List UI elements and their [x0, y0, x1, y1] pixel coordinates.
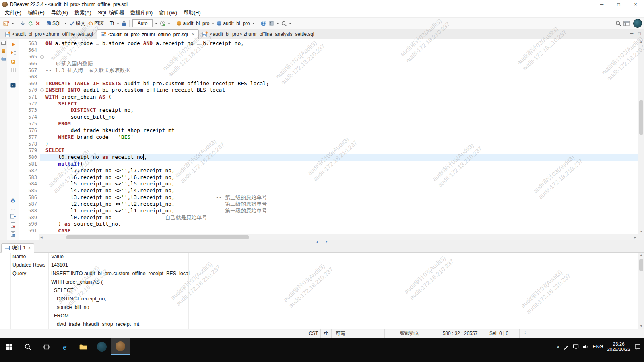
restore-views-icon[interactable]: [1, 41, 6, 45]
code-line[interactable]: 582 l7.receipt_no <>'',l7.receipt_no,: [19, 167, 638, 174]
minimize-editor-icon[interactable]: ─: [630, 31, 634, 36]
commit-mode-select[interactable]: Auto: [131, 19, 159, 28]
code-line[interactable]: 575 FROM: [19, 121, 638, 128]
scroll-down-icon[interactable]: ▼: [638, 324, 644, 329]
transaction-format-button[interactable]: Tt: [109, 19, 120, 28]
code-line[interactable]: 565−------------------------------------: [19, 53, 638, 60]
rail-more-icon[interactable]: ⋯: [11, 76, 15, 79]
notification-center-icon[interactable]: [634, 344, 641, 350]
menu-item[interactable]: SQL 编辑器: [95, 9, 128, 17]
editor-tab[interactable]: SQL<audit_bi_pro> zhumr_offline_test.sql: [2, 29, 97, 39]
close-button[interactable]: ×: [627, 0, 644, 9]
panel-sash[interactable]: ▲ ▼: [0, 240, 644, 243]
sql-editor[interactable]: 563ON a.store_code = b.store_code AND a.…: [19, 39, 644, 240]
code-line[interactable]: 589 l0.receipt_no -- 自己就是原始单号: [19, 214, 638, 221]
code-line[interactable]: 563ON a.store_code = b.store_code AND a.…: [19, 40, 638, 47]
code-line[interactable]: 585 l4.receipt_no <>'',l4.receipt_no,: [19, 187, 638, 194]
file-grid-icon[interactable]: [11, 231, 15, 237]
file-explorer-button[interactable]: [74, 338, 93, 355]
volume-icon[interactable]: [583, 344, 588, 349]
settings-gear-icon[interactable]: ⚙: [10, 198, 16, 204]
lock-button[interactable]: [120, 19, 128, 28]
scroll-up-icon[interactable]: ▲: [638, 39, 644, 44]
editor-tab[interactable]: SQL<audit_bi_pro> zhumr_offline_analysis…: [199, 29, 318, 39]
stats-row[interactable]: Updated Rows143101: [11, 261, 644, 269]
menu-item[interactable]: 帮助(H): [180, 9, 204, 17]
code-line[interactable]: 580 l0.receipt_no as receipt_no,: [19, 154, 638, 161]
database-select[interactable]: audit_bi_pro: [175, 19, 215, 28]
app-dbeaver-button[interactable]: [111, 338, 130, 355]
code-line[interactable]: 573 DISTINCT receipt_no,: [19, 107, 638, 114]
quick-search-button[interactable]: [614, 19, 622, 28]
fold-marker[interactable]: −: [40, 88, 44, 92]
column-header-name[interactable]: Name: [11, 253, 48, 261]
code-line[interactable]: 567-- 1.3 插入海一家关联关系表数据: [19, 67, 638, 74]
code-line[interactable]: 587 l2.receipt_no <>'',l2.receipt_no, --…: [19, 201, 638, 208]
project-button[interactable]: [268, 19, 280, 28]
stats-scrollbar[interactable]: ▲ ▼: [638, 253, 644, 329]
code-line[interactable]: 583 l6.receipt_no <>'',l6.receipt_no,: [19, 174, 638, 181]
code-line[interactable]: 568------------------------------------: [19, 74, 638, 80]
fold-marker[interactable]: −: [40, 55, 44, 59]
menu-item[interactable]: 编辑(E): [25, 9, 48, 17]
vertical-scroll-thumb[interactable]: [639, 100, 643, 135]
commit-button[interactable]: 提交: [68, 19, 87, 28]
maximize-button[interactable]: □: [610, 0, 627, 9]
code-line[interactable]: 572 SELECT: [19, 101, 638, 107]
column-header-value[interactable]: Value: [48, 253, 64, 261]
stats-scroll-thumb[interactable]: [639, 259, 643, 272]
network-icon[interactable]: [573, 344, 579, 349]
sash-collapse-icon[interactable]: ▲: [316, 240, 319, 243]
refresh-button[interactable]: [27, 19, 34, 28]
projects-icon[interactable]: [1, 57, 6, 61]
taskbar-search-button[interactable]: [19, 338, 37, 355]
code-line[interactable]: 581 multiIf(: [19, 161, 638, 168]
pen-input-icon[interactable]: [564, 344, 569, 350]
file-output-icon[interactable]: [11, 222, 15, 228]
transaction-log-button[interactable]: [159, 19, 171, 28]
new-sql-editor-button[interactable]: S: [2, 19, 15, 28]
horizontal-scroll-thumb[interactable]: [66, 235, 249, 239]
menu-item[interactable]: 数据库(D): [127, 9, 156, 17]
code-line[interactable]: 570−INSERT INTO audit_bi_pro.custom_offl…: [19, 87, 638, 94]
menu-item[interactable]: 搜索(A): [71, 9, 95, 17]
code-line[interactable]: 569TRUNCATE TABLE IF EXISTS audit_bi_pro…: [19, 80, 638, 87]
rail-dots-icon[interactable]: ⋯: [11, 207, 15, 210]
code-line[interactable]: 591 CASE: [19, 228, 638, 234]
vertical-scrollbar[interactable]: ▲ ▼: [638, 39, 644, 234]
tab-close-icon[interactable]: ✕: [192, 32, 195, 37]
menu-item[interactable]: 文件(F): [2, 9, 25, 17]
database-navigator-icon[interactable]: [1, 49, 6, 53]
horizontal-scrollbar[interactable]: ◀ ▶: [39, 234, 638, 240]
editor-tab[interactable]: SQL<audit_bi_pro> zhumr_offline_pre.sql✕: [97, 29, 199, 39]
code-line[interactable]: 566-- 1 插入国内数据: [19, 60, 638, 67]
execute-script-icon[interactable]: [10, 51, 16, 56]
tray-expand-icon[interactable]: ∧: [557, 345, 559, 349]
scroll-right-icon[interactable]: ▶: [632, 234, 638, 240]
tab-statistics[interactable]: 统计 1 ×: [1, 243, 34, 253]
maximize-editor-icon[interactable]: □: [638, 31, 641, 36]
language-indicator[interactable]: ENG: [592, 344, 603, 350]
menu-item[interactable]: 导航(N): [48, 9, 71, 17]
code-line[interactable]: 578): [19, 141, 638, 148]
code-line[interactable]: 579SELECT: [19, 147, 638, 154]
export-result-icon[interactable]: [10, 214, 16, 219]
start-button[interactable]: [0, 338, 19, 355]
cancel-button[interactable]: [34, 19, 41, 28]
code-line[interactable]: 574 source_bill_no: [19, 114, 638, 121]
scroll-left-icon[interactable]: ◀: [39, 234, 44, 240]
open-perspective-button[interactable]: [622, 19, 631, 28]
rollback-button[interactable]: 回滚: [87, 19, 105, 28]
code-line[interactable]: 584 l5.receipt_no <>'',l5.receipt_no,: [19, 181, 638, 187]
execute-new-tab-icon[interactable]: [11, 59, 16, 64]
scroll-down-icon[interactable]: ▼: [638, 229, 644, 234]
code-line[interactable]: 576 dwd_trade_hkaudit_shop_receipt_mt: [19, 127, 638, 134]
schema-select[interactable]: audit_bi_pro: [215, 19, 256, 28]
sash-expand-icon[interactable]: ▼: [325, 240, 328, 243]
code-line[interactable]: 588 l1.receipt_no <>'',l1.receipt_no, --…: [19, 208, 638, 214]
stats-tab-close-icon[interactable]: ×: [28, 246, 31, 250]
taskbar-clock[interactable]: 23:26 2025/10/22: [607, 341, 630, 352]
sql-menu-button[interactable]: S SQL: [45, 19, 68, 28]
explain-plan-icon[interactable]: [11, 68, 16, 72]
code-line[interactable]: 590 ) as source_bill_no,: [19, 221, 638, 228]
